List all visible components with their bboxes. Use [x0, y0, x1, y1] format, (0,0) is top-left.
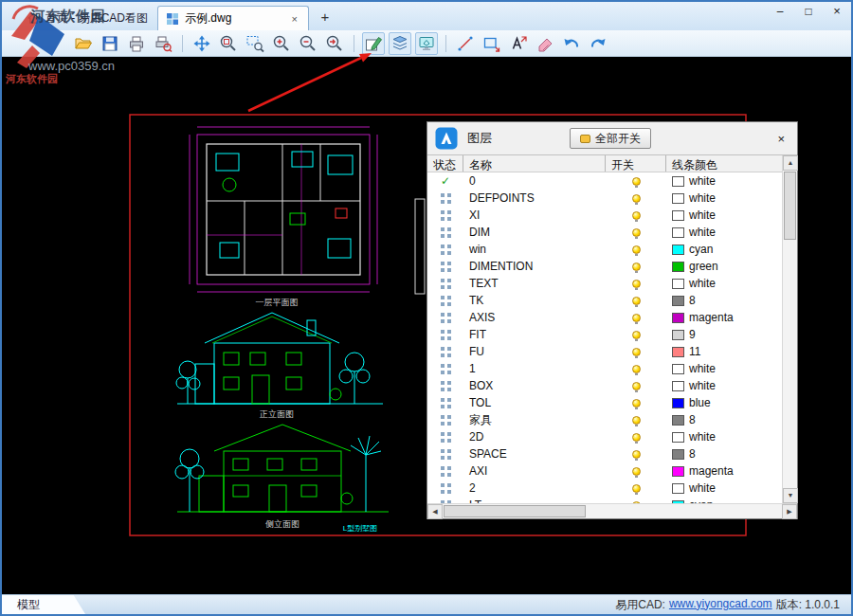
drawing-canvas[interactable]: 一层平面图	[2, 57, 851, 594]
layer-visibility-toggle[interactable]	[606, 211, 666, 220]
open-button[interactable]	[72, 32, 95, 55]
measure-area-button[interactable]	[481, 32, 503, 55]
horizontal-scrollbar[interactable]: ◀ ▶	[427, 503, 797, 518]
table-row[interactable]: BOX white	[427, 377, 782, 394]
table-row[interactable]: TEXT white	[427, 275, 782, 292]
minimize-button[interactable]: –	[766, 2, 794, 23]
layer-visibility-toggle[interactable]	[606, 484, 666, 493]
table-row[interactable]: ✓ 0 white	[427, 172, 782, 190]
close-tab-icon[interactable]: ×	[289, 13, 300, 25]
layer-visibility-toggle[interactable]	[606, 382, 666, 390]
layer-color-cell[interactable]: white	[666, 362, 782, 375]
layouts-button[interactable]	[389, 32, 411, 55]
layer-visibility-toggle[interactable]	[606, 416, 666, 425]
table-row[interactable]: TOL blue	[427, 394, 782, 411]
table-row[interactable]: 2 white	[427, 480, 782, 497]
table-row[interactable]: DIMENTION green	[427, 258, 782, 275]
scroll-left-icon[interactable]: ◀	[427, 504, 443, 519]
layer-color-cell[interactable]: cyan	[666, 243, 782, 256]
layer-visibility-toggle[interactable]	[606, 314, 666, 322]
layer-color-cell[interactable]: blue	[666, 396, 782, 409]
layer-color-cell[interactable]: magenta	[666, 311, 782, 324]
table-row[interactable]: TK 8	[427, 292, 782, 309]
scroll-right-icon[interactable]: ▶	[782, 504, 797, 519]
table-row[interactable]: 1 white	[427, 360, 782, 377]
layer-color-cell[interactable]: 9	[666, 328, 782, 341]
close-dialog-icon[interactable]: ×	[772, 130, 789, 148]
vertical-scroll-thumb[interactable]	[784, 172, 796, 240]
table-row[interactable]: DIM white	[427, 224, 782, 241]
table-row[interactable]: FIT 9	[427, 326, 782, 343]
layer-color-cell[interactable]: green	[666, 260, 782, 273]
model-space-tab[interactable]: 模型	[2, 595, 85, 614]
layer-visibility-toggle[interactable]	[606, 228, 666, 237]
layer-color-cell[interactable]: magenta	[666, 464, 782, 478]
view-3d-button[interactable]	[415, 32, 438, 55]
print-button[interactable]	[125, 32, 148, 55]
horizontal-scroll-thumb[interactable]	[444, 505, 586, 517]
table-row[interactable]: win cyan	[427, 241, 782, 258]
new-tab-button[interactable]: +	[315, 8, 336, 28]
column-switch[interactable]: 开关	[606, 155, 666, 172]
table-row[interactable]: DEFPOINTS white	[427, 190, 782, 207]
layer-visibility-toggle[interactable]	[606, 177, 666, 186]
layer-visibility-toggle[interactable]	[606, 365, 666, 373]
layer-color-cell[interactable]: 8	[666, 294, 782, 307]
measure-line-button[interactable]	[454, 32, 477, 55]
column-line-color[interactable]: 线条颜色	[666, 155, 782, 172]
zoom-previous-button[interactable]	[323, 32, 346, 55]
layer-color-cell[interactable]: white	[666, 481, 782, 495]
zoom-in-button[interactable]	[270, 32, 293, 55]
table-row[interactable]: FU 11	[427, 343, 782, 360]
scroll-down-icon[interactable]: ▼	[783, 488, 798, 503]
vendor-link[interactable]: www.yiyongcad.com	[669, 597, 772, 613]
layer-visibility-toggle[interactable]	[606, 399, 666, 408]
text-style-button[interactable]	[507, 32, 530, 55]
layer-color-cell[interactable]: white	[666, 379, 782, 392]
zoom-extents-button[interactable]	[217, 32, 240, 55]
layer-visibility-toggle[interactable]	[606, 280, 666, 288]
layer-color-cell[interactable]: 8	[666, 447, 782, 461]
tab-document[interactable]: 示例.dwg ×	[157, 6, 309, 30]
layer-color-cell[interactable]: white	[666, 191, 782, 205]
layer-color-cell[interactable]: white	[666, 430, 782, 444]
zoom-window-button[interactable]	[244, 32, 266, 55]
close-window-button[interactable]: ×	[823, 2, 851, 23]
toggle-all-button[interactable]: 全部开关	[570, 128, 651, 149]
layer-color-cell[interactable]: 11	[666, 345, 782, 358]
layer-color-cell[interactable]: white	[666, 208, 782, 222]
layer-color-cell[interactable]: white	[666, 226, 782, 239]
tab-home[interactable]: 首页 - 易用CAD看图	[2, 6, 157, 30]
layer-visibility-toggle[interactable]	[606, 245, 666, 254]
layer-visibility-toggle[interactable]	[606, 467, 666, 476]
table-row[interactable]: 2D white	[427, 428, 782, 445]
maximize-button[interactable]: □	[794, 2, 823, 23]
layer-visibility-toggle[interactable]	[606, 450, 666, 459]
layer-color-cell[interactable]: white	[666, 277, 782, 290]
table-row[interactable]: AXIS magenta	[427, 309, 782, 326]
layer-color-cell[interactable]: 8	[666, 413, 782, 426]
eraser-button[interactable]	[534, 32, 556, 55]
table-row[interactable]: XI white	[427, 207, 782, 224]
layer-dialog-header[interactable]: 图层 全部开关 ×	[427, 122, 797, 154]
save-button[interactable]	[99, 32, 121, 55]
column-status[interactable]: 状态	[427, 155, 463, 172]
layer-visibility-toggle[interactable]	[606, 263, 666, 271]
layer-visibility-toggle[interactable]	[606, 194, 666, 203]
column-name[interactable]: 名称	[463, 155, 606, 172]
undo-button[interactable]	[560, 32, 583, 55]
pan-button[interactable]	[191, 32, 213, 55]
layer-manager-button[interactable]	[362, 32, 385, 55]
table-row[interactable]: LT cyan	[427, 497, 782, 503]
layer-visibility-toggle[interactable]	[606, 348, 666, 356]
vertical-scrollbar[interactable]: ▲ ▼	[782, 155, 797, 503]
scroll-up-icon[interactable]: ▲	[783, 155, 798, 171]
table-row[interactable]: 家具 8	[427, 411, 782, 428]
layer-visibility-toggle[interactable]	[606, 297, 666, 305]
table-row[interactable]: SPACE 8	[427, 445, 782, 462]
layer-visibility-toggle[interactable]	[606, 433, 666, 442]
table-row[interactable]: AXI magenta	[427, 462, 782, 480]
layer-visibility-toggle[interactable]	[606, 331, 666, 339]
print-preview-button[interactable]	[152, 32, 174, 55]
layer-color-cell[interactable]: white	[666, 174, 782, 188]
